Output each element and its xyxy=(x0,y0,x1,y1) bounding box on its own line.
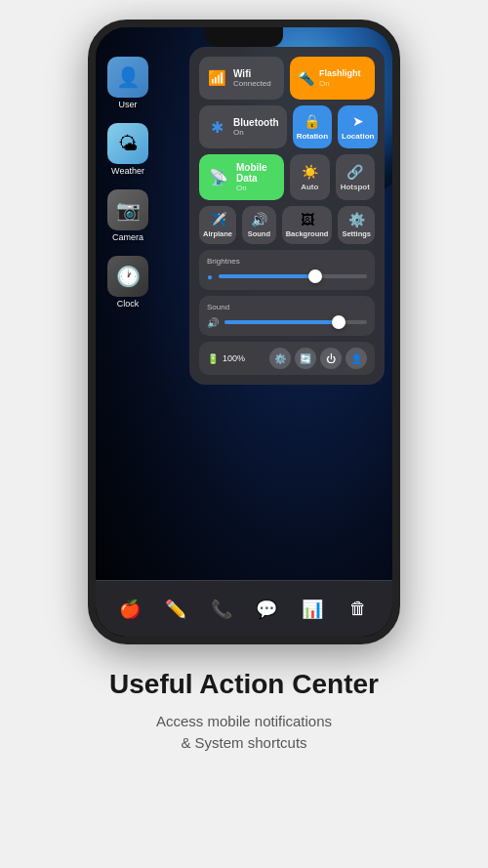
cc-row-1: 📶 Wifi Connected 🔦 Flashlight On xyxy=(199,57,375,100)
bluetooth-text: Bluetooth On xyxy=(233,117,279,137)
sound-tile[interactable]: 🔊 Sound xyxy=(242,206,276,244)
mobile-data-text: Mobile Data On xyxy=(236,162,274,192)
dock-icon-finder[interactable]: 🍎 xyxy=(112,592,147,627)
bluetooth-label: Bluetooth xyxy=(233,117,279,128)
location-label: Location xyxy=(342,132,374,141)
app-item-weather[interactable]: 🌤 Weather xyxy=(107,123,148,176)
app-icon-clock[interactable]: 🕐 xyxy=(107,256,148,297)
app-item-clock[interactable]: 🕐 Clock xyxy=(107,256,148,309)
bluetooth-tile[interactable]: ✱ Bluetooth On xyxy=(199,105,287,148)
brightness-section: Brightnes ● xyxy=(199,250,375,290)
wifi-text: Wifi Connected xyxy=(233,68,271,88)
sound-slider-section: Sound 🔊 xyxy=(199,296,375,336)
auto-tile[interactable]: ☀️ Auto xyxy=(290,154,330,200)
app-item-camera[interactable]: 📷 Camera xyxy=(107,189,148,242)
airplane-label: Airplane xyxy=(203,229,232,238)
dock-icon-messages[interactable]: 💬 xyxy=(249,592,284,627)
airplane-icon: ✈️ xyxy=(210,212,226,227)
sound-label: Sound xyxy=(248,229,270,238)
main-title: Useful Action Center xyxy=(109,668,379,701)
mobile-data-tile[interactable]: 📡 Mobile Data On xyxy=(199,154,284,200)
cc-status-row: 🔋 100% ⚙️ 🔄 ⏻ 👤 xyxy=(199,342,375,375)
auto-hotspot-grid: ☀️ Auto 🔗 Hotspot xyxy=(290,154,375,200)
mobile-data-label: Mobile Data xyxy=(236,162,274,184)
app-label-clock: Clock xyxy=(117,299,140,309)
brightness-fill xyxy=(219,274,315,278)
hotspot-label: Hotspot xyxy=(341,183,370,191)
rotation-tile[interactable]: 🔒 Rotation xyxy=(293,105,332,148)
wifi-icon: 📶 xyxy=(207,69,226,87)
app-item-user[interactable]: 👤 User xyxy=(107,57,148,109)
app-icon-user[interactable]: 👤 xyxy=(107,57,148,98)
status-btn-rotate[interactable]: 🔄 xyxy=(295,348,316,369)
location-tile[interactable]: ➤ Location xyxy=(338,105,378,148)
app-label-camera: Camera xyxy=(112,232,143,242)
wifi-label: Wifi xyxy=(233,68,271,79)
phone-frame: 👤 User 🌤 Weather 📷 Camera 🕐 Clock xyxy=(88,20,400,644)
auto-label: Auto xyxy=(301,183,318,191)
app-label-user: User xyxy=(118,100,137,109)
wifi-tile[interactable]: 📶 Wifi Connected xyxy=(199,57,284,100)
flashlight-icon: 🔦 xyxy=(298,70,314,86)
background-tile[interactable]: 🖼 Background xyxy=(282,206,333,244)
airplane-tile[interactable]: ✈️ Airplane xyxy=(199,206,236,244)
wifi-status: Connected xyxy=(233,79,271,88)
flashlight-tile[interactable]: 🔦 Flashlight On xyxy=(290,57,375,100)
main-subtitle: Access mobile notifications& System shor… xyxy=(109,711,379,755)
mobile-data-icon: 📡 xyxy=(209,168,228,186)
flashlight-status: On xyxy=(319,79,361,88)
phone-dock: 🍎 ✏️ 📞 💬 📊 🗑 xyxy=(96,580,392,637)
sound-thumb[interactable] xyxy=(332,315,346,329)
bluetooth-status: On xyxy=(233,128,279,137)
settings-tile[interactable]: ⚙️ Settings xyxy=(338,206,375,244)
app-icon-weather[interactable]: 🌤 xyxy=(107,123,148,164)
flashlight-label: Flashlight xyxy=(319,68,361,79)
brightness-thumb[interactable] xyxy=(308,269,322,283)
app-icon-camera[interactable]: 📷 xyxy=(107,189,148,230)
hotspot-tile[interactable]: 🔗 Hotspot xyxy=(336,154,376,200)
app-label-weather: Weather xyxy=(111,166,144,176)
bluetooth-icon: ✱ xyxy=(207,118,226,137)
brightness-slider[interactable] xyxy=(219,274,367,278)
cc-row-3: 📡 Mobile Data On ☀️ Auto 🔗 Hotspot xyxy=(199,154,375,200)
brightness-icon: ● xyxy=(207,271,213,282)
bottom-text-section: Useful Action Center Access mobile notif… xyxy=(70,644,418,755)
sound-volume-icon: 🔊 xyxy=(207,317,219,328)
rotation-label: Rotation xyxy=(297,132,328,141)
phone-notch xyxy=(205,27,283,47)
cc-row-4: ✈️ Airplane 🔊 Sound 🖼 Background ⚙️ Sett… xyxy=(199,206,375,244)
sound-slider-label: Sound xyxy=(207,303,367,311)
background-label: Background xyxy=(286,229,329,238)
rotation-location-grid: 🔒 Rotation ➤ Location xyxy=(293,105,379,148)
mobile-data-status: On xyxy=(236,184,274,192)
status-btn-settings[interactable]: ⚙️ xyxy=(269,348,291,369)
settings-label: Settings xyxy=(342,229,371,238)
control-center-panel: 📶 Wifi Connected 🔦 Flashlight On xyxy=(189,47,385,385)
sound-slider-bar[interactable] xyxy=(224,320,367,324)
auto-icon: ☀️ xyxy=(302,164,318,180)
dock-icon-trash[interactable]: 🗑 xyxy=(341,592,376,627)
dock-icon-pen[interactable]: ✏️ xyxy=(158,592,193,627)
rotation-icon: 🔒 xyxy=(304,113,320,129)
settings-icon: ⚙️ xyxy=(348,212,365,227)
status-btn-user[interactable]: 👤 xyxy=(346,348,367,369)
phone-mockup: 👤 User 🌤 Weather 📷 Camera 🕐 Clock xyxy=(88,20,400,644)
cc-row-2: ✱ Bluetooth On 🔒 Rotation ➤ Location xyxy=(199,105,375,148)
hotspot-icon: 🔗 xyxy=(346,164,363,180)
sound-fill xyxy=(224,320,339,324)
sound-icon: 🔊 xyxy=(251,212,267,227)
status-btn-power[interactable]: ⏻ xyxy=(320,348,342,369)
app-icons-column: 👤 User 🌤 Weather 📷 Camera 🕐 Clock xyxy=(107,57,148,309)
battery-icon: 🔋 xyxy=(207,353,219,364)
brightness-label: Brightnes xyxy=(207,257,367,266)
background-icon: 🖼 xyxy=(301,212,314,227)
dock-icon-files[interactable]: 📊 xyxy=(295,592,330,627)
battery-percent: 100% xyxy=(223,353,245,363)
location-icon: ➤ xyxy=(352,113,364,129)
dock-icon-phone[interactable]: 📞 xyxy=(204,592,239,627)
